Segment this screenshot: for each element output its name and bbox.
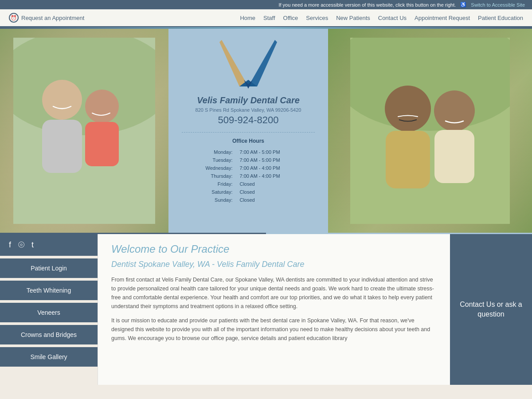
sidebar: f ⦾ t Patient LoginTeeth WhiteningVeneer… (0, 234, 98, 385)
hours-row: Wednesday:7:00 AM - 4:00 PM (183, 164, 314, 172)
dentist-subheading: Dentist Spokane Valley, WA - Velis Famil… (111, 260, 437, 269)
hours-day: Monday: (183, 149, 234, 156)
hero-photo-right (328, 29, 532, 233)
hours-day: Saturday: (183, 188, 234, 196)
contact-cta-box[interactable]: Contact Us or ask a question (450, 234, 532, 385)
paragraph-2: It is our mission to educate and provide… (111, 316, 437, 343)
svg-point-12 (385, 86, 431, 132)
right-cta: Contact Us or ask a question (450, 234, 532, 385)
nav-new-patients[interactable]: New Patients (336, 15, 370, 21)
hours-row: Saturday:Closed (183, 188, 314, 196)
nav-patient-education[interactable]: Patient Education (478, 15, 523, 21)
welcome-heading: Welcome to Our Practice (111, 243, 437, 255)
hours-time: 7:00 AM - 4:00 PM (235, 164, 314, 172)
nav-appointment-request[interactable]: Appointment Request (415, 15, 470, 21)
svg-marker-7 (248, 40, 277, 86)
clock-icon: ⏰ (9, 13, 19, 23)
practice-address: 820 S Pines Rd Spokane Valley, WA 99206-… (196, 107, 301, 113)
nav-services[interactable]: Services (306, 15, 328, 21)
hours-day: Wednesday: (183, 164, 234, 172)
svg-point-1 (13, 38, 155, 135)
practice-phone: 509-924-8200 (218, 114, 278, 126)
accessibility-icon: ♿ (460, 2, 466, 8)
paragraph-1: From first contact at Velis Family Denta… (111, 275, 437, 311)
hours-day: Tuesday: (183, 156, 234, 164)
practice-name: Velis Family Dental Care (197, 95, 300, 106)
svg-rect-13 (386, 131, 430, 188)
hours-row: Monday:7:00 AM - 5:00 PM (183, 149, 314, 156)
hours-row: Sunday:Closed (183, 196, 314, 203)
hours-row: Thursday:7:00 AM - 4:00 PM (183, 172, 314, 180)
nav-office[interactable]: Office (283, 15, 298, 21)
hours-time: 7:00 AM - 4:00 PM (235, 172, 314, 180)
hours-day: Thursday: (183, 172, 234, 180)
teeth-whitening-btn[interactable]: Teeth Whitening (0, 281, 98, 300)
main-text: From first contact at Velis Family Denta… (111, 275, 437, 343)
sidebar-buttons: Patient LoginTeeth WhiteningVeneersCrown… (0, 258, 98, 367)
social-bar: f ⦾ t (0, 234, 98, 256)
hours-time: Closed (235, 180, 314, 188)
svg-point-11 (350, 38, 510, 131)
svg-rect-15 (434, 130, 474, 183)
hours-row: Friday:Closed (183, 180, 314, 188)
request-appt-label: Request an Appointment (21, 15, 84, 21)
accessibility-bar: If you need a more accessible version of… (0, 0, 532, 9)
practice-logo (219, 38, 277, 91)
svg-point-4 (85, 90, 119, 123)
header: ⏰ Request an Appointment Home Staff Offi… (0, 9, 532, 27)
office-hours-title: Office Hours (232, 138, 264, 144)
svg-marker-6 (219, 40, 248, 86)
hours-time: Closed (235, 196, 314, 203)
hours-time: 7:00 AM - 5:00 PM (235, 149, 314, 156)
request-appointment[interactable]: ⏰ Request an Appointment (9, 13, 84, 23)
svg-rect-3 (42, 120, 82, 173)
hours-row: Tuesday:7:00 AM - 5:00 PM (183, 156, 314, 164)
accessibility-message: If you need a more accessible version of… (278, 2, 456, 8)
nav-menu: Home Staff Office Services New Patients … (240, 15, 523, 21)
main-content: Welcome to Our Practice Dentist Spokane … (98, 234, 450, 385)
divider (182, 132, 315, 133)
svg-point-14 (434, 90, 475, 131)
svg-point-2 (42, 80, 82, 120)
veneers-btn[interactable]: Veneers (0, 303, 98, 322)
hero-photo-left (0, 29, 168, 233)
crowns-bridges-btn[interactable]: Crowns and Bridges (0, 325, 98, 344)
nav-contact[interactable]: Contact Us (378, 15, 407, 21)
hours-day: Sunday: (183, 196, 234, 203)
hours-time: Closed (235, 188, 314, 196)
content-area: f ⦾ t Patient LoginTeeth WhiteningVeneer… (0, 234, 532, 385)
patient-login-btn[interactable]: Patient Login (0, 258, 98, 278)
svg-rect-5 (85, 122, 119, 166)
center-info-panel: Velis Family Dental Care 820 S Pines Rd … (168, 29, 328, 233)
hours-day: Friday: (183, 180, 234, 188)
nav-home[interactable]: Home (240, 15, 255, 21)
right-couple-photo (328, 29, 532, 233)
twitter-icon[interactable]: t (31, 240, 34, 250)
left-couple-photo (0, 29, 168, 233)
hero-section: Velis Family Dental Care 820 S Pines Rd … (0, 29, 532, 233)
facebook-icon[interactable]: f (9, 240, 11, 250)
hours-time: 7:00 AM - 5:00 PM (235, 156, 314, 164)
nav-staff[interactable]: Staff (263, 15, 275, 21)
smile-gallery-btn[interactable]: Smile Gallery (0, 347, 98, 367)
accessible-site-link[interactable]: Switch to Accessible Site (471, 2, 525, 8)
rss-icon[interactable]: ⦾ (18, 240, 24, 250)
cta-text: Contact Us or ask a question (457, 300, 525, 320)
hours-table: Monday:7:00 AM - 5:00 PMTuesday:7:00 AM … (182, 148, 315, 204)
